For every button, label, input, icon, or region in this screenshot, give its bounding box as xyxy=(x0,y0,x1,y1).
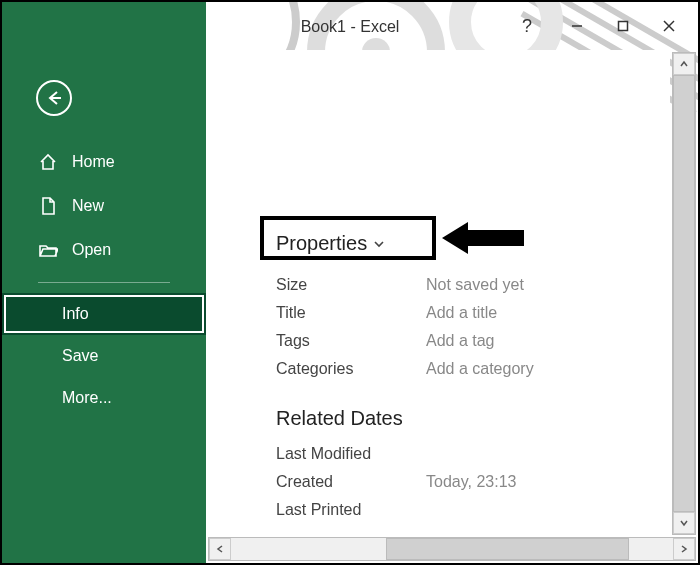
app-window: Book1 - Excel ? xyxy=(0,0,700,565)
related-dates-heading: Related Dates xyxy=(276,407,670,430)
property-label: Tags xyxy=(276,332,426,350)
properties-table: Size Not saved yet Title Add a title Tag… xyxy=(276,271,670,383)
vertical-scrollbar[interactable] xyxy=(672,52,696,535)
nav-list: Home New Open Info Save M xyxy=(2,140,206,419)
property-row-categories: Categories Add a category xyxy=(276,355,670,383)
sidebar-item-label: More... xyxy=(62,389,112,407)
property-value[interactable]: Add a category xyxy=(426,360,534,378)
related-dates-table: Last Modified Created Today, 23:13 Last … xyxy=(276,440,670,524)
property-label: Size xyxy=(276,276,426,294)
sidebar-item-more[interactable]: More... xyxy=(2,377,206,419)
horizontal-scrollbar[interactable] xyxy=(208,537,696,561)
properties-label: Properties xyxy=(276,232,367,255)
backstage-sidebar: Home New Open Info Save M xyxy=(2,2,206,563)
sidebar-item-label: Open xyxy=(72,241,111,259)
sidebar-item-info[interactable]: Info xyxy=(2,293,206,335)
chevron-up-icon xyxy=(679,59,689,69)
property-value: Not saved yet xyxy=(426,276,524,294)
date-row-last-printed: Last Printed xyxy=(276,496,670,524)
restore-button[interactable] xyxy=(600,6,646,46)
property-row-tags: Tags Add a tag xyxy=(276,327,670,355)
close-button[interactable] xyxy=(646,6,692,46)
scroll-down-button[interactable] xyxy=(673,512,695,534)
sidebar-item-label: Info xyxy=(62,305,89,323)
property-value[interactable]: Add a tag xyxy=(426,332,495,350)
arrow-left-icon xyxy=(45,89,63,107)
sidebar-item-label: New xyxy=(72,197,104,215)
chevron-left-icon xyxy=(215,544,225,554)
scrollbar-thumb[interactable] xyxy=(673,75,695,512)
help-button[interactable]: ? xyxy=(504,6,550,46)
info-panel: Properties Size Not saved yet Title Add … xyxy=(206,50,670,535)
nav-divider xyxy=(38,282,170,283)
date-row-last-modified: Last Modified xyxy=(276,440,670,468)
sidebar-item-label: Save xyxy=(62,347,98,365)
chevron-down-icon xyxy=(679,518,689,528)
sidebar-item-open[interactable]: Open xyxy=(2,228,206,272)
minimize-icon xyxy=(571,20,583,32)
window-controls xyxy=(554,6,692,46)
sidebar-item-save[interactable]: Save xyxy=(2,335,206,377)
properties-dropdown[interactable]: Properties xyxy=(266,226,670,261)
sidebar-item-home[interactable]: Home xyxy=(2,140,206,184)
scroll-right-button[interactable] xyxy=(673,538,695,560)
close-icon xyxy=(662,19,676,33)
restore-icon xyxy=(617,20,629,32)
window-title: Book1 - Excel xyxy=(301,18,400,36)
home-icon xyxy=(38,152,58,172)
date-row-created: Created Today, 23:13 xyxy=(276,468,670,496)
chevron-right-icon xyxy=(679,544,689,554)
scroll-left-button[interactable] xyxy=(209,538,231,560)
date-label: Last Printed xyxy=(276,501,426,519)
property-row-size: Size Not saved yet xyxy=(276,271,670,299)
property-label: Categories xyxy=(276,360,426,378)
svg-rect-9 xyxy=(619,22,628,31)
minimize-button[interactable] xyxy=(554,6,600,46)
property-row-title: Title Add a title xyxy=(276,299,670,327)
date-label: Last Modified xyxy=(276,445,426,463)
date-value: Today, 23:13 xyxy=(426,473,516,491)
scrollbar-track[interactable] xyxy=(231,538,673,560)
sidebar-item-new[interactable]: New xyxy=(2,184,206,228)
property-label: Title xyxy=(276,304,426,322)
date-label: Created xyxy=(276,473,426,491)
scroll-up-button[interactable] xyxy=(673,53,695,75)
scrollbar-thumb[interactable] xyxy=(386,538,629,560)
property-value[interactable]: Add a title xyxy=(426,304,497,322)
sidebar-item-label: Home xyxy=(72,153,115,171)
file-icon xyxy=(38,196,58,216)
folder-open-icon xyxy=(38,240,58,260)
back-button[interactable] xyxy=(36,80,72,116)
chevron-down-icon xyxy=(373,238,385,250)
